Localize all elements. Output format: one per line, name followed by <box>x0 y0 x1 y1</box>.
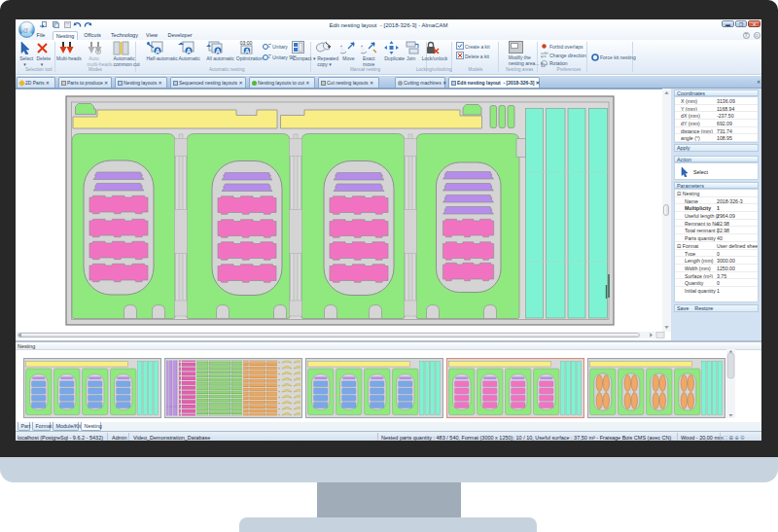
svg-text:A: A <box>245 48 250 54</box>
svg-text:A: A <box>186 48 191 54</box>
svg-text:A: A <box>215 48 220 54</box>
svg-text:A: A <box>155 48 159 54</box>
svg-text:03:00: 03:00 <box>240 40 253 46</box>
